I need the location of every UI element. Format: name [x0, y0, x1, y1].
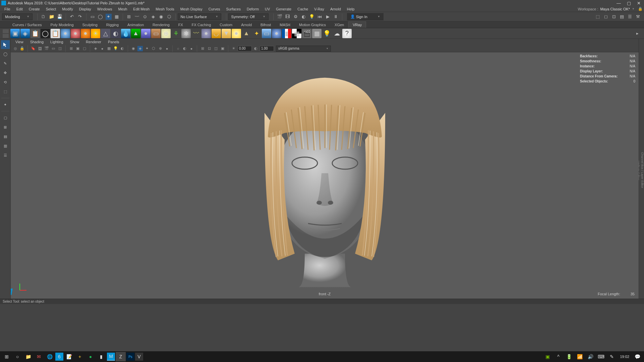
tray-nvidia-icon[interactable]: ▣: [542, 352, 552, 361]
snap-view-icon[interactable]: ◉: [158, 14, 164, 20]
tray-expand-icon[interactable]: ^: [553, 352, 563, 361]
tab-animation[interactable]: Animation: [123, 21, 148, 28]
color-space-dropdown[interactable]: sRGB gamma▼: [276, 46, 331, 52]
gamma-input[interactable]: [260, 46, 274, 51]
menu-modify[interactable]: Modify: [59, 7, 76, 11]
tab-sculpting[interactable]: Sculpting: [78, 21, 102, 28]
shelf-vray-lightbulb-icon[interactable]: 💡: [322, 29, 332, 38]
menu-surfaces[interactable]: Surfaces: [223, 7, 244, 11]
maya-task-icon[interactable]: M: [107, 353, 115, 361]
tab-motion-graphics[interactable]: Motion Graphics: [295, 21, 330, 28]
rotate-tool[interactable]: ⟲: [1, 78, 10, 86]
tray-volume-icon[interactable]: 🔊: [585, 352, 595, 361]
hypershade-icon[interactable]: ◐: [301, 14, 307, 20]
zbrush-task-icon[interactable]: Z: [116, 352, 126, 361]
shelf-vray-plane-icon[interactable]: ▭: [151, 29, 161, 38]
shelf-vray-cloud-icon[interactable]: ☁: [332, 29, 342, 38]
notes-icon[interactable]: 📝: [64, 352, 74, 361]
snap-plane-icon[interactable]: ◈: [150, 14, 156, 20]
menu-deform[interactable]: Deform: [244, 7, 262, 11]
menu-help[interactable]: Help: [344, 7, 358, 11]
workspace-value[interactable]: Maya Classic OK*: [600, 7, 630, 11]
layout-single-icon[interactable]: ▢: [1, 113, 10, 122]
shelf-vray-path-icon[interactable]: 〰: [191, 29, 201, 38]
film-origin-icon[interactable]: ⊡: [207, 46, 212, 51]
paint-tool[interactable]: ✎: [1, 59, 10, 68]
lasso-select-icon[interactable]: ◯: [98, 14, 104, 20]
shelf-vray-settings-icon[interactable]: 📋: [31, 29, 40, 38]
safe-action-icon[interactable]: ▣: [75, 46, 80, 51]
tray-wifi-icon[interactable]: 📶: [575, 352, 585, 361]
light-editor-icon[interactable]: 💡: [309, 14, 315, 20]
live-surface-dropdown[interactable]: No Live Surface▼: [178, 13, 221, 20]
layout-four-icon[interactable]: ⊞: [1, 123, 10, 131]
panel-menu-show[interactable]: Show: [67, 40, 83, 44]
layout-outliner-icon[interactable]: ▥: [1, 141, 10, 150]
tab-arnold[interactable]: Arnold: [237, 21, 256, 28]
lasso-tool[interactable]: ◯: [1, 50, 10, 58]
menu-vray[interactable]: V-Ray: [311, 7, 327, 11]
tab-mash[interactable]: MASH: [275, 21, 295, 28]
last-tool[interactable]: ✦: [1, 100, 10, 109]
safe-title-icon[interactable]: ▢: [82, 46, 87, 51]
right-tab-channel-box[interactable]: Channel Box / Layer Editor: [641, 150, 644, 190]
default-material-icon[interactable]: ●: [164, 46, 170, 51]
shelf-scroll-icon[interactable]: ▸: [634, 31, 640, 37]
shelf-vray-light-icon[interactable]: ●: [61, 29, 70, 38]
shelf-vray-env-icon[interactable]: ◡: [212, 29, 221, 38]
playback-rewind-icon[interactable]: ⏮: [317, 14, 323, 20]
shelf-vray-flag-icon[interactable]: ▮: [282, 29, 291, 38]
menu-edit-mesh[interactable]: Edit Mesh: [130, 7, 153, 11]
render-frame-icon[interactable]: 🎬: [277, 14, 283, 20]
shelf-vray-render-element-icon[interactable]: ▭: [262, 29, 271, 38]
app-6-icon[interactable]: 6: [55, 353, 63, 361]
wireframe-shaded-icon[interactable]: ⊕: [158, 46, 163, 51]
shelf-vray-sphere-icon[interactable]: ⊕: [161, 29, 171, 38]
shelf-vray-table-icon[interactable]: ▦: [312, 29, 321, 38]
wireframe-icon[interactable]: ◈: [93, 46, 98, 51]
select-component-icon[interactable]: ⊡: [611, 14, 617, 20]
xray-joints-icon[interactable]: ✦: [144, 46, 150, 51]
save-scene-icon[interactable]: 💾: [57, 14, 63, 20]
shelf-vray-clipboard-icon[interactable]: 📋: [51, 29, 60, 38]
film-gate-icon[interactable]: 🎬: [44, 46, 49, 51]
shelf-vray-clapper-icon[interactable]: 🎬: [302, 29, 311, 38]
textured-icon[interactable]: ▩: [106, 46, 112, 51]
select-by-name-icon[interactable]: ▦: [114, 14, 120, 20]
menu-edit[interactable]: Edit: [13, 7, 26, 11]
depth-of-field-icon[interactable]: ▣: [220, 46, 225, 51]
minimize-icon[interactable]: —: [617, 1, 621, 6]
layout-list-icon[interactable]: ☰: [1, 151, 10, 160]
panel-menu-panels[interactable]: Panels: [105, 40, 123, 44]
snap-grid-icon[interactable]: ⊞: [126, 14, 132, 20]
shelf-vray-proxy-icon[interactable]: ▲: [131, 29, 140, 38]
file-explorer-icon[interactable]: 📁: [23, 352, 33, 361]
lock-camera-icon[interactable]: 🔒: [19, 46, 25, 51]
menu-select[interactable]: Select: [43, 7, 59, 11]
tab-custom[interactable]: Custom: [215, 21, 237, 28]
xray-component-icon[interactable]: ⬡: [151, 46, 156, 51]
symmetry-dropdown[interactable]: Symmetry: Off▼: [228, 13, 269, 20]
shelf-vray-ipr-icon[interactable]: ◈: [20, 29, 30, 38]
select-tool[interactable]: [1, 40, 10, 49]
viewport[interactable]: Backfaces:N/A Smoothness:N/A Instance:N/…: [11, 52, 639, 299]
menu-uv[interactable]: UV: [262, 7, 273, 11]
field-chart-icon[interactable]: ⊞: [68, 46, 74, 51]
menu-mesh-tools[interactable]: Mesh Tools: [153, 7, 177, 11]
spotify-icon[interactable]: ●: [85, 352, 96, 361]
shelf-vray-particle-icon[interactable]: ✱: [181, 29, 191, 38]
xray-icon[interactable]: ◈: [137, 46, 143, 51]
app-icon[interactable]: ▮: [96, 352, 106, 361]
cortana-icon[interactable]: ○: [12, 352, 22, 361]
open-scene-icon[interactable]: 📁: [49, 14, 55, 20]
bookmark-icon[interactable]: 🔖: [31, 46, 36, 51]
shelf-vray-displacement-icon[interactable]: ●: [141, 29, 151, 38]
tab-fx[interactable]: FX: [174, 21, 187, 28]
chrome-icon[interactable]: 🌐: [45, 352, 55, 361]
shelf-vray-checker-icon[interactable]: ▦: [292, 29, 301, 38]
tray-language-icon[interactable]: ⌨: [596, 352, 606, 361]
exposure-input[interactable]: [238, 46, 252, 51]
tab-fx-caching[interactable]: FX Caching: [187, 21, 215, 28]
app-v-icon[interactable]: V: [135, 353, 143, 361]
photoshop-task-icon[interactable]: Ps: [126, 353, 134, 361]
